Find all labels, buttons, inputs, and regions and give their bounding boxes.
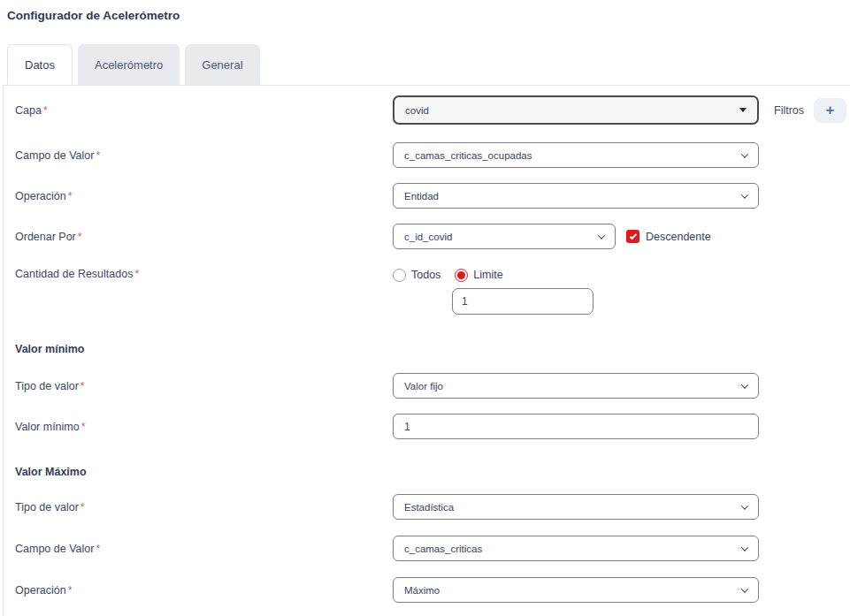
page-title: Configurador de Acelerómetro <box>7 9 850 22</box>
required-mark: * <box>96 543 100 555</box>
cantidad-resultados-controls: Todos Limite <box>393 268 593 315</box>
field-row-capa: Capa* covid Filtros + <box>15 95 850 125</box>
required-mark: * <box>81 421 86 433</box>
capa-label: Capa* <box>15 104 393 117</box>
operacion-max-select-value: Máximo <box>404 585 440 596</box>
plus-icon: + <box>826 102 835 119</box>
campo-valor-label: Campo de Valor* <box>15 149 393 162</box>
ordenar-por-select-value: c_id_covid <box>404 232 452 242</box>
radio-todos-label: Todos <box>411 269 440 281</box>
radio-checked-icon <box>455 269 468 282</box>
field-row-operacion: Operación* Entidad <box>15 183 850 209</box>
tab-datos[interactable]: Datos <box>7 44 73 85</box>
chevron-down-icon <box>741 544 748 551</box>
campo-valor-max-label: Campo de Valor* <box>15 543 393 555</box>
tipo-valor-min-select-value: Valor fijo <box>404 381 443 392</box>
operacion-select-value: Entidad <box>404 191 439 202</box>
campo-valor-max-select-value: c_camas_criticas <box>404 544 482 554</box>
chevron-down-icon <box>741 191 748 198</box>
field-row-valor-minimo: Valor mínimo* <box>15 414 850 439</box>
operacion-max-label: Operación* <box>15 584 393 597</box>
campo-valor-max-select[interactable]: c_camas_criticas <box>393 536 759 561</box>
tipo-valor-max-select-value: Estadística <box>404 502 454 513</box>
operacion-label: Operación* <box>15 190 393 202</box>
required-mark: * <box>96 149 100 162</box>
tab-panel-datos: Capa* covid Filtros + Campo de Valor* c_… <box>3 85 850 616</box>
chevron-down-icon <box>741 381 748 388</box>
field-row-tipo-valor-min: Tipo de valor* Valor fijo <box>15 373 850 399</box>
required-mark: * <box>68 584 73 597</box>
descendente-checkbox-group: Descendente <box>626 230 711 243</box>
section-heading-valor-maximo: Valor Máximo <box>15 466 850 478</box>
campo-valor-select-value: c_camas_criticas_ocupadas <box>404 150 532 161</box>
tab-general[interactable]: General <box>185 44 259 85</box>
tab-acelerometro[interactable]: Acelerómetro <box>78 44 180 85</box>
tipo-valor-max-select[interactable]: Estadística <box>393 494 759 520</box>
ordenar-por-label: Ordenar Por* <box>15 231 393 243</box>
chevron-down-icon <box>598 232 605 239</box>
required-mark: * <box>78 231 82 243</box>
tipo-valor-max-label: Tipo de valor* <box>15 501 393 513</box>
field-row-operacion-max: Operación* Máximo <box>15 577 850 603</box>
chevron-down-icon <box>741 585 748 592</box>
radio-limite-label: Limite <box>473 269 502 281</box>
radio-group: Todos Limite <box>393 268 593 282</box>
add-filter-button[interactable]: + <box>814 98 846 123</box>
cantidad-resultados-label: Cantidad de Resultados* <box>15 268 393 280</box>
capa-select[interactable]: covid <box>393 95 759 125</box>
chevron-down-icon <box>741 502 748 509</box>
section-heading-valor-minimo: Valor mínimo <box>15 343 850 355</box>
descendente-label: Descendente <box>646 231 711 243</box>
required-mark: * <box>80 501 85 513</box>
field-row-cantidad-resultados: Cantidad de Resultados* Todos Limite <box>15 268 850 343</box>
radio-unchecked-icon <box>393 269 406 282</box>
filtros-group: Filtros + <box>774 98 846 123</box>
descendente-checkbox[interactable] <box>626 230 639 243</box>
field-row-ordenar-por: Ordenar Por* c_id_covid Descendente <box>15 224 850 249</box>
tab-bar: Datos Acelerómetro General <box>7 44 850 85</box>
filtros-label: Filtros <box>774 104 804 117</box>
required-mark: * <box>134 268 139 280</box>
campo-valor-select[interactable]: c_camas_criticas_ocupadas <box>393 142 759 168</box>
operacion-max-select[interactable]: Máximo <box>393 577 759 603</box>
radio-limite[interactable]: Limite <box>455 269 502 282</box>
dropdown-arrow-icon <box>739 108 747 112</box>
radio-todos[interactable]: Todos <box>393 269 440 282</box>
valor-minimo-input[interactable] <box>393 414 759 439</box>
tipo-valor-min-label: Tipo de valor* <box>15 380 393 392</box>
capa-select-value: covid <box>405 105 429 116</box>
required-mark: * <box>43 104 48 117</box>
operacion-select[interactable]: Entidad <box>393 183 759 209</box>
field-row-campo-valor: Campo de Valor* c_camas_criticas_ocupada… <box>15 142 850 168</box>
chevron-down-icon <box>741 150 748 157</box>
field-row-campo-valor-max: Campo de Valor* c_camas_criticas <box>15 536 850 561</box>
valor-minimo-label: Valor mínimo* <box>15 421 393 433</box>
limite-value-input[interactable] <box>452 288 593 315</box>
check-icon <box>629 232 636 239</box>
required-mark: * <box>80 380 85 392</box>
required-mark: * <box>68 190 73 202</box>
field-row-tipo-valor-max: Tipo de valor* Estadística <box>15 494 850 520</box>
ordenar-por-select[interactable]: c_id_covid <box>393 224 616 249</box>
tipo-valor-min-select[interactable]: Valor fijo <box>393 373 759 399</box>
